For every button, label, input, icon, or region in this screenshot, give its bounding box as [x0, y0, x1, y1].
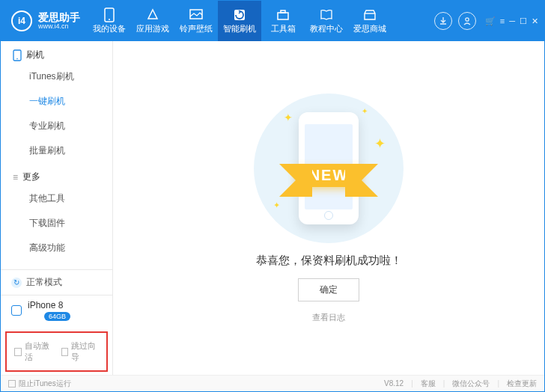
check-update-link[interactable]: 检查更新 [507, 379, 537, 389]
maximize-icon[interactable]: ☐ [520, 16, 527, 26]
svg-rect-2 [190, 10, 202, 19]
svg-rect-4 [278, 13, 288, 19]
svg-point-9 [16, 58, 18, 59]
svg-point-1 [109, 19, 110, 20]
storage-badge: 64GB [44, 312, 70, 321]
app-logo: i4 爱思助手 www.i4.cn [1, 10, 88, 31]
tab-ringtones[interactable]: 铃声壁纸 [174, 1, 218, 41]
support-link[interactable]: 客服 [421, 379, 436, 389]
book-icon [320, 8, 333, 22]
success-message: 恭喜您，保资料刷机成功啦！ [256, 254, 402, 268]
sidebar-item-advanced[interactable]: 高级功能 [1, 236, 112, 260]
refresh-icon: ↻ [11, 278, 22, 288]
ok-button[interactable]: 确定 [298, 278, 359, 301]
star-icon: ✦ [362, 107, 368, 115]
new-ribbon: NEW [261, 159, 396, 192]
tab-tutorials[interactable]: 教程中心 [305, 1, 348, 41]
cart-icon[interactable]: 🛒 [485, 16, 496, 26]
star-icon: ✦ [273, 200, 280, 210]
star-icon: ✦ [374, 135, 386, 152]
star-icon: ✦ [284, 111, 293, 123]
auto-activate-checkbox[interactable]: 自动激活 [14, 340, 52, 363]
wallpaper-icon [189, 8, 203, 22]
sidebar-section-flash: 刷机 [1, 41, 112, 64]
minimize-icon[interactable]: ─ [509, 16, 515, 25]
block-itunes-checkbox[interactable]: 阻止iTunes运行 [8, 379, 71, 389]
phone-icon [13, 49, 22, 61]
brand-url: www.i4.cn [38, 22, 80, 30]
apps-icon [146, 8, 159, 22]
download-manager-button[interactable] [434, 12, 452, 30]
sidebar-item-pro-flash[interactable]: 专业刷机 [1, 114, 112, 138]
mode-status[interactable]: ↻ 正常模式 [1, 269, 112, 295]
device-icon [103, 8, 116, 22]
footer: 阻止iTunes运行 V8.12 | 客服 | 微信公众号 | 检查更新 [1, 375, 544, 391]
tab-toolbox[interactable]: 工具箱 [261, 1, 305, 41]
sidebar-item-batch-flash[interactable]: 批量刷机 [1, 138, 112, 163]
account-button[interactable] [458, 12, 476, 30]
menu-icon[interactable]: ≡ [500, 16, 505, 25]
tab-apps[interactable]: 应用游戏 [131, 1, 174, 41]
close-icon[interactable]: ✕ [532, 16, 538, 26]
version-label: V8.12 [384, 379, 404, 388]
sidebar-item-download-firmware[interactable]: 下载固件 [1, 211, 112, 236]
sidebar-item-itunes-flash[interactable]: iTunes刷机 [1, 64, 112, 89]
view-log-link[interactable]: 查看日志 [312, 312, 345, 323]
tab-my-device[interactable]: 我的设备 [88, 1, 131, 41]
skip-guide-checkbox[interactable]: 跳过向导 [61, 340, 100, 363]
top-tabs: 我的设备 应用游戏 铃声壁纸 智能刷机 工具箱 教程中心 爱思商城 [88, 1, 425, 41]
store-icon [363, 8, 377, 22]
brand-name: 爱思助手 [38, 12, 80, 22]
success-illustration: ✦ ✦ ✦ ✦ NEW [254, 94, 404, 243]
toolbox-icon [276, 8, 290, 22]
sidebar-item-oneclick-flash[interactable]: 一键刷机 [1, 89, 112, 114]
device-name: iPhone 8 [28, 300, 70, 310]
device-icon [11, 305, 22, 316]
window-controls: 🛒 ≡ ─ ☐ ✕ [485, 16, 544, 26]
svg-point-7 [466, 18, 469, 21]
sidebar-item-other-tools[interactable]: 其他工具 [1, 186, 112, 211]
wechat-link[interactable]: 微信公众号 [452, 379, 490, 389]
options-pane: 自动激活 跳过向导 [5, 331, 108, 372]
tab-store[interactable]: 爱思商城 [348, 1, 392, 41]
device-pane[interactable]: iPhone 8 64GB [1, 295, 112, 327]
logo-badge-icon: i4 [11, 10, 32, 31]
flash-icon [233, 8, 246, 22]
svg-rect-5 [281, 10, 285, 13]
sidebar: 刷机 iTunes刷机 一键刷机 专业刷机 批量刷机 ≡ 更多 其他工具 下载固… [1, 41, 113, 375]
more-icon: ≡ [13, 172, 18, 183]
tab-flash[interactable]: 智能刷机 [218, 1, 261, 41]
sidebar-section-more: ≡ 更多 [1, 163, 112, 186]
main-content: ✦ ✦ ✦ ✦ NEW 恭喜您，保资料刷机成功啦！ 确定 查看日志 [113, 41, 544, 375]
